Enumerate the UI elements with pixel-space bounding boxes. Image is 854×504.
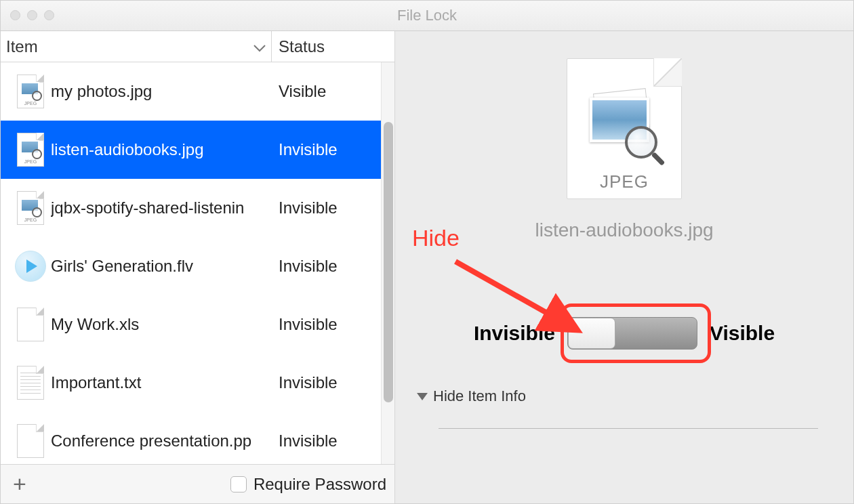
window-body: Item Status JPEG my photos.jpg [1,31,853,503]
toggle-knob[interactable] [568,318,615,349]
info-divider [439,428,818,429]
titlebar: File Lock [1,1,853,31]
file-name: My Work.xls [51,315,270,334]
bottom-toolbar: + Require Password [1,464,394,503]
hide-item-info-label: Hide Item Info [433,387,526,405]
file-list-scroll: JPEG my photos.jpg Visible JPEG listen-a… [1,62,394,464]
jpeg-file-icon: JPEG [10,75,51,108]
file-name: Important.txt [51,373,270,392]
file-status: Invisible [270,257,394,276]
file-list: JPEG my photos.jpg Visible JPEG listen-a… [1,62,394,464]
table-row[interactable]: Girls' Generation.flv Invisible [1,237,394,295]
file-name: my photos.jpg [51,82,270,101]
visibility-toggle[interactable] [567,317,697,350]
file-status: Invisible [270,373,394,392]
require-password-checkbox[interactable]: Require Password [230,475,386,494]
flv-file-icon [10,251,51,282]
jpeg-file-icon: JPEG [10,133,51,167]
invisible-label: Invisible [474,322,555,345]
filetype-label: JPEG [567,171,682,192]
disclosure-triangle-icon [417,393,428,400]
txt-file-icon [10,366,51,400]
visible-label: Visible [710,322,775,345]
checkbox-box[interactable] [230,476,247,492]
file-name: jqbx-spotify-shared-listenin [51,198,270,217]
column-header-status-label: Status [279,37,325,56]
preview-pane: JPEG listen-audiobooks.jpg Invisible Vis… [395,31,853,503]
file-status: Invisible [270,315,394,334]
table-row[interactable]: JPEG jqbx-spotify-shared-listenin Invisi… [1,179,394,237]
table-row[interactable]: Conference presentation.pp Invisible [1,412,394,464]
visibility-slider-row: Invisible Visible [474,317,775,350]
file-status: Invisible [270,140,394,159]
column-header-item-label: Item [6,37,38,56]
add-button[interactable]: + [9,474,30,495]
sort-chevron-icon [253,37,266,56]
file-status: Visible [270,82,394,101]
require-password-label: Require Password [253,475,386,494]
table-row[interactable]: JPEG listen-audiobooks.jpg Invisible [1,121,394,179]
magnifier-icon [625,126,662,163]
column-header-status[interactable]: Status [272,31,394,62]
column-header-item[interactable]: Item [1,31,272,62]
file-status: Invisible [270,432,394,450]
window-title: File Lock [1,7,853,24]
file-status: Invisible [270,198,394,217]
pp-file-icon [10,424,51,458]
window-controls [10,10,54,20]
close-window-button[interactable] [10,10,20,20]
preview-filename: listen-audiobooks.jpg [535,219,713,241]
minimize-window-button[interactable] [27,10,37,20]
file-name: listen-audiobooks.jpg [51,140,270,159]
scrollbar-track[interactable] [381,62,394,464]
scrollbar-thumb[interactable] [384,122,393,402]
hide-item-info-toggle[interactable]: Hide Item Info [417,387,526,405]
file-name: Conference presentation.pp [51,432,270,450]
table-row[interactable]: My Work.xls Invisible [1,295,394,354]
table-row[interactable]: JPEG my photos.jpg Visible [1,62,394,121]
zoom-window-button[interactable] [44,10,54,20]
file-list-pane: Item Status JPEG my photos.jpg [1,31,395,503]
table-row[interactable]: Important.txt Invisible [1,354,394,412]
app-window: File Lock Item Status JPEG [0,0,854,504]
xls-file-icon [10,308,51,341]
table-header: Item Status [1,31,394,62]
file-name: Girls' Generation.flv [51,257,270,276]
jpeg-file-icon: JPEG [10,191,51,225]
file-preview-icon: JPEG [567,58,682,199]
